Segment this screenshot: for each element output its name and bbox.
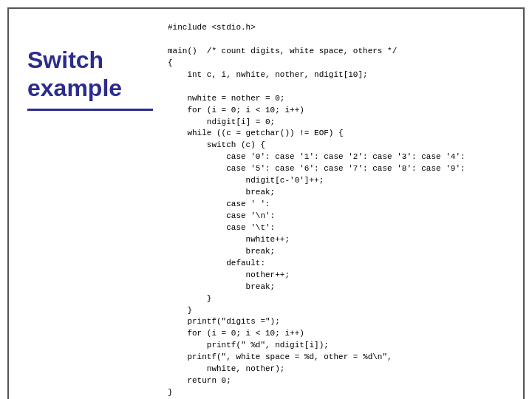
left-panel: Switch example: [16, 16, 164, 399]
right-panel: #include <stdio.h> main() /* count digit…: [164, 16, 516, 399]
code-block: #include <stdio.h> main() /* count digit…: [168, 22, 508, 399]
slide-title: Switch example: [27, 46, 153, 111]
slide-body: Switch example #include <stdio.h> main()…: [9, 9, 523, 399]
slide-container: Switch example #include <stdio.h> main()…: [7, 7, 525, 399]
title-line2: example: [27, 75, 122, 101]
title-line1: Switch: [27, 47, 103, 73]
